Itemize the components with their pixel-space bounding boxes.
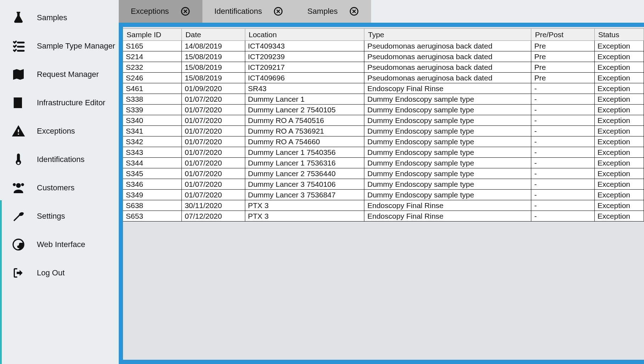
cell: Pre (531, 51, 594, 62)
exceptions-table[interactable]: Sample ID Date Location Type Pre/Post St… (123, 28, 644, 222)
table-row[interactable]: S34901/07/2020Dummy Lancer 3 7536847Dumm… (123, 190, 644, 200)
cell: Exception (594, 211, 644, 222)
cell: S340 (123, 115, 182, 126)
cell: Dummy Endoscopy sample type (364, 115, 531, 126)
cell: Dummy Endoscopy sample type (364, 179, 531, 190)
cell: Exception (594, 168, 644, 179)
cell: Exception (594, 83, 644, 94)
cell: - (531, 94, 594, 105)
sidebar-item-infrastructure-editor[interactable]: Infrastructure Editor (0, 89, 119, 117)
cell: Exception (594, 115, 644, 126)
cell: Dummy Lancer 1 7536316 (245, 158, 364, 168)
table-row[interactable]: S16514/08/2019ICT409343Pseudomonas aerug… (123, 41, 644, 51)
tab-samples[interactable]: Samples (295, 0, 371, 23)
sidebar-item-label: Settings (37, 212, 65, 221)
tab-close-button[interactable] (180, 6, 190, 16)
close-icon (274, 7, 283, 16)
tab-identifications[interactable]: Identifications (202, 0, 296, 23)
cell: Exception (594, 62, 644, 73)
cell: Dummy Endoscopy sample type (364, 105, 531, 115)
list-check-icon (10, 39, 27, 53)
logout-icon (10, 266, 27, 280)
cell: 15/08/2019 (182, 73, 245, 83)
cell: 01/07/2020 (182, 136, 245, 147)
cell: ICT409343 (245, 41, 364, 51)
cell: 01/07/2020 (182, 179, 245, 190)
cell: S349 (123, 190, 182, 200)
cell: Pre (531, 62, 594, 73)
col-pre-post[interactable]: Pre/Post (531, 29, 594, 41)
col-type[interactable]: Type (364, 29, 531, 41)
sidebar-item-web-interface[interactable]: Web Interface (0, 230, 119, 259)
sidebar-item-request-manager[interactable]: Request Manager (0, 60, 119, 89)
sidebar-item-settings[interactable]: Settings (0, 202, 119, 230)
cell: Dummy RO A 754660 (245, 136, 364, 147)
cell: - (531, 147, 594, 158)
table-row[interactable]: S34101/07/2020Dummy RO A 7536921Dummy En… (123, 126, 644, 136)
tab-label: Exceptions (131, 7, 169, 16)
cell: SR43 (245, 83, 364, 94)
sidebar-item-label: Identifications (37, 155, 85, 164)
table-row[interactable]: S34601/07/2020Dummy Lancer 3 7540106Dumm… (123, 179, 644, 190)
table-row[interactable]: S33901/07/2020Dummy Lancer 2 7540105Dumm… (123, 105, 644, 115)
cell: - (531, 179, 594, 190)
cell: Exception (594, 136, 644, 147)
sidebar-item-samples[interactable]: Samples (0, 4, 119, 32)
sidebar-item-customers[interactable]: Customers (0, 174, 119, 202)
cell: 01/07/2020 (182, 147, 245, 158)
cell: S246 (123, 73, 182, 83)
table-row[interactable]: S34001/07/2020Dummy RO A 7540516Dummy En… (123, 115, 644, 126)
cell: Dummy Endoscopy sample type (364, 94, 531, 105)
cell: 01/07/2020 (182, 105, 245, 115)
table-row[interactable]: S65307/12/2020PTX 3Endoscopy Final Rinse… (123, 211, 644, 222)
cell: S342 (123, 136, 182, 147)
cell: 01/07/2020 (182, 126, 245, 136)
table-row[interactable]: S34501/07/2020Dummy Lancer 2 7536440Dumm… (123, 168, 644, 179)
col-sample-id[interactable]: Sample ID (123, 29, 182, 41)
table-row[interactable]: S63830/11/2020PTX 3Endoscopy Final Rinse… (123, 200, 644, 211)
tab-close-button[interactable] (349, 6, 359, 16)
cell: S232 (123, 62, 182, 73)
cell: 01/07/2020 (182, 158, 245, 168)
cell: Pseudomonas aeruginosa back dated (364, 73, 531, 83)
cell: Dummy Endoscopy sample type (364, 158, 531, 168)
table-row[interactable]: S34401/07/2020Dummy Lancer 1 7536316Dumm… (123, 158, 644, 168)
cell: 30/11/2020 (182, 200, 245, 211)
cell: Exception (594, 126, 644, 136)
sidebar-item-sample-type-manager[interactable]: Sample Type Manager (0, 32, 119, 60)
tab-close-button[interactable] (273, 6, 283, 16)
cell: - (531, 158, 594, 168)
table-row[interactable]: S21415/08/2019ICT209239Pseudomonas aerug… (123, 51, 644, 62)
cell: Dummy Lancer 3 7540106 (245, 179, 364, 190)
col-date[interactable]: Date (182, 29, 245, 41)
table-row[interactable]: S24615/08/2019ICT409696Pseudomonas aerug… (123, 73, 644, 83)
col-location[interactable]: Location (245, 29, 364, 41)
cell: S165 (123, 41, 182, 51)
table-row[interactable]: S34201/07/2020Dummy RO A 754660Dummy End… (123, 136, 644, 147)
cell: - (531, 136, 594, 147)
tab-exceptions[interactable]: Exceptions (119, 0, 202, 23)
table-row[interactable]: S46101/09/2020SR43Endoscopy Final Rinse-… (123, 83, 644, 94)
sidebar-item-identifications[interactable]: Identifications (0, 145, 119, 174)
close-icon (181, 7, 190, 16)
cell: 07/12/2020 (182, 211, 245, 222)
tab-label: Identifications (214, 7, 262, 16)
cell: ICT209239 (245, 51, 364, 62)
cell: Pseudomonas aeruginosa back dated (364, 51, 531, 62)
wrench-icon (10, 209, 27, 223)
table-row[interactable]: S33801/07/2020Dummy Lancer 1Dummy Endosc… (123, 94, 644, 105)
cell: S341 (123, 126, 182, 136)
cell: Endoscopy Final Rinse (364, 200, 531, 211)
cell: 15/08/2019 (182, 62, 245, 73)
table-row[interactable]: S23215/08/2019ICT209217Pseudomonas aerug… (123, 62, 644, 73)
sidebar-item-log-out[interactable]: Log Out (0, 259, 119, 287)
cell: Endoscopy Final Rinse (364, 211, 531, 222)
users-icon (10, 181, 27, 195)
cell: - (531, 105, 594, 115)
cell: Pseudomonas aeruginosa back dated (364, 41, 531, 51)
table-row[interactable]: S34301/07/2020Dummy Lancer 1 7540356Dumm… (123, 147, 644, 158)
col-status[interactable]: Status (594, 29, 644, 41)
cell: - (531, 126, 594, 136)
sidebar-item-label: Request Manager (37, 70, 99, 79)
sidebar-item-exceptions[interactable]: Exceptions (0, 117, 119, 145)
